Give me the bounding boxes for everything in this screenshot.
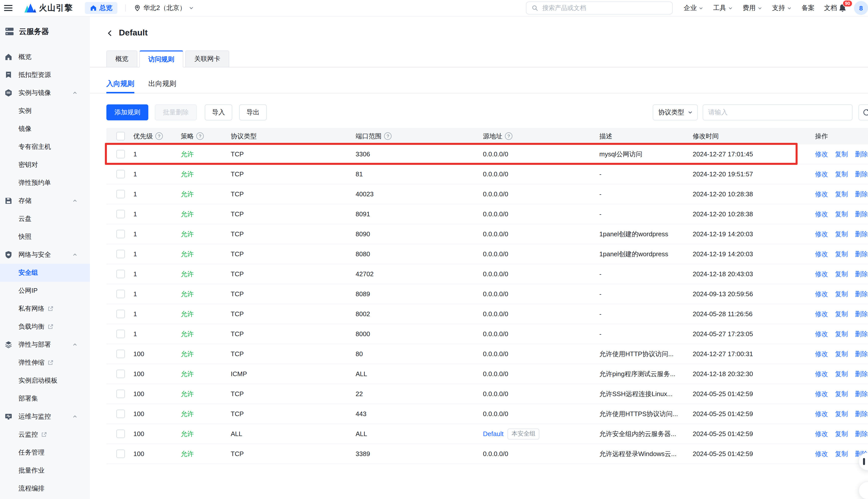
sidebar-item[interactable]: 公网IP (0, 282, 90, 300)
row-checkbox[interactable] (117, 390, 125, 398)
edit-link[interactable]: 修改 (815, 409, 828, 418)
sidebar-item[interactable]: 弹性预约单 (0, 174, 90, 192)
sidebar-item[interactable]: 密钥对 (0, 156, 90, 174)
edit-link[interactable]: 修改 (815, 250, 828, 258)
delete-link[interactable]: 删除 (855, 309, 868, 318)
sidebar-item[interactable]: 弹性伸缩 (0, 354, 90, 372)
filter-input[interactable]: 请输入 (703, 105, 853, 120)
sidebar-item[interactable]: 专有宿主机 (0, 138, 90, 156)
copy-link[interactable]: 复制 (835, 190, 848, 198)
sidebar-item[interactable]: 运维与监控 (0, 407, 90, 426)
row-checkbox[interactable] (117, 230, 125, 238)
edit-link[interactable]: 修改 (815, 209, 828, 219)
sidebar-item[interactable]: 私有网络 (0, 300, 90, 318)
delete-link[interactable]: 删除 (855, 429, 868, 438)
copy-link[interactable]: 复制 (835, 269, 848, 279)
copy-link[interactable]: 复制 (835, 429, 848, 438)
region-selector[interactable]: 华北2（北京） (134, 3, 194, 12)
sidebar-item[interactable]: 网络与安全 (0, 246, 90, 264)
select-all-checkbox[interactable] (117, 132, 125, 141)
delete-link[interactable]: 删除 (855, 230, 868, 239)
import-button[interactable]: 导入 (205, 105, 232, 120)
top-nav-item[interactable]: 企业 (684, 3, 704, 12)
edit-link[interactable]: 修改 (815, 329, 828, 338)
sidebar-item[interactable]: 负载均衡 (0, 318, 90, 336)
delete-link[interactable]: 删除 (855, 269, 868, 279)
direction-tab[interactable]: 入向规则 (106, 74, 134, 94)
help-icon[interactable] (196, 132, 204, 140)
edit-link[interactable]: 修改 (815, 389, 828, 398)
top-nav-item[interactable]: 工具 (713, 3, 733, 12)
row-checkbox[interactable] (117, 150, 125, 158)
row-checkbox[interactable] (117, 190, 125, 198)
avatar[interactable]: 8 (854, 1, 868, 15)
delete-link[interactable]: 删除 (855, 369, 868, 378)
edit-link[interactable]: 修改 (815, 269, 828, 279)
back-button[interactable] (106, 29, 114, 37)
sidebar-item[interactable]: 镜像 (0, 120, 90, 138)
direction-tab[interactable]: 出向规则 (148, 74, 176, 94)
top-nav-item[interactable]: 支持 (772, 3, 792, 12)
row-checkbox[interactable] (117, 290, 125, 298)
delete-link[interactable]: 删除 (855, 150, 868, 159)
row-checkbox[interactable] (117, 310, 125, 318)
hamburger-menu-icon[interactable] (4, 5, 12, 11)
global-search-input[interactable]: 搜索产品或文档 (526, 1, 673, 14)
help-icon[interactable] (505, 132, 512, 140)
edit-link[interactable]: 修改 (815, 309, 828, 318)
copy-link[interactable]: 复制 (835, 389, 848, 398)
row-checkbox[interactable] (117, 350, 125, 358)
notifications-button[interactable]: 90 (838, 3, 847, 12)
export-button[interactable]: 导出 (239, 105, 267, 120)
sidebar-item[interactable]: 快照 (0, 228, 90, 246)
edit-link[interactable]: 修改 (815, 170, 828, 179)
help-icon[interactable] (384, 132, 392, 140)
edit-link[interactable]: 修改 (815, 290, 828, 299)
sidebar-item[interactable]: 安全组 (0, 264, 90, 282)
batch-delete-button[interactable]: 批量删除 (155, 105, 197, 120)
row-checkbox[interactable] (117, 330, 125, 338)
delete-link[interactable]: 删除 (855, 349, 868, 358)
copy-link[interactable]: 复制 (835, 329, 848, 338)
tab[interactable]: 关联网卡 (185, 50, 229, 68)
sidebar-item[interactable]: 云盘 (0, 210, 90, 228)
row-checkbox[interactable] (117, 170, 125, 178)
edit-link[interactable]: 修改 (815, 190, 828, 198)
row-checkbox[interactable] (117, 250, 125, 258)
sidebar-item[interactable]: 批量作业 (0, 462, 90, 479)
overview-button[interactable]: 总览 (85, 2, 117, 14)
top-nav-item[interactable]: 文档 (824, 3, 837, 12)
edit-link[interactable]: 修改 (815, 230, 828, 239)
row-checkbox[interactable] (117, 450, 125, 458)
sidebar-item[interactable]: 实例启动模板 (0, 372, 90, 390)
row-checkbox[interactable] (117, 410, 125, 418)
sidebar-item[interactable]: 存储 (0, 192, 90, 210)
copy-link[interactable]: 复制 (835, 290, 848, 299)
delete-link[interactable]: 删除 (855, 290, 868, 299)
edit-link[interactable]: 修改 (815, 349, 828, 358)
tab[interactable]: 概览 (106, 50, 137, 68)
sidebar-item[interactable]: 弹性与部署 (0, 336, 90, 354)
sidebar-item[interactable]: 概览 (0, 48, 90, 66)
edit-link[interactable]: 修改 (815, 449, 828, 458)
sidebar-item[interactable]: 部署集 (0, 390, 90, 407)
tab[interactable]: 访问规则 (139, 50, 183, 68)
add-rule-button[interactable]: 添加规则 (106, 105, 148, 120)
copy-link[interactable]: 复制 (835, 230, 848, 239)
row-checkbox[interactable] (117, 210, 125, 218)
copy-link[interactable]: 复制 (835, 209, 848, 219)
sidebar-item[interactable]: 云监控 (0, 426, 90, 443)
edit-link[interactable]: 修改 (815, 429, 828, 438)
refresh-button[interactable] (858, 105, 868, 120)
delete-link[interactable]: 删除 (855, 170, 868, 179)
copy-link[interactable]: 复制 (835, 150, 848, 159)
delete-link[interactable]: 删除 (855, 409, 868, 418)
sidebar-item[interactable]: 任务管理 (0, 443, 90, 462)
sidebar-item[interactable]: 抵扣型资源 (0, 66, 90, 84)
delete-link[interactable]: 删除 (855, 389, 868, 398)
copy-link[interactable]: 复制 (835, 449, 848, 458)
sidebar-item[interactable]: 流程编排 (0, 479, 90, 498)
top-nav-item[interactable]: 备案 (802, 3, 815, 12)
copy-link[interactable]: 复制 (835, 309, 848, 318)
delete-link[interactable]: 删除 (855, 329, 868, 338)
